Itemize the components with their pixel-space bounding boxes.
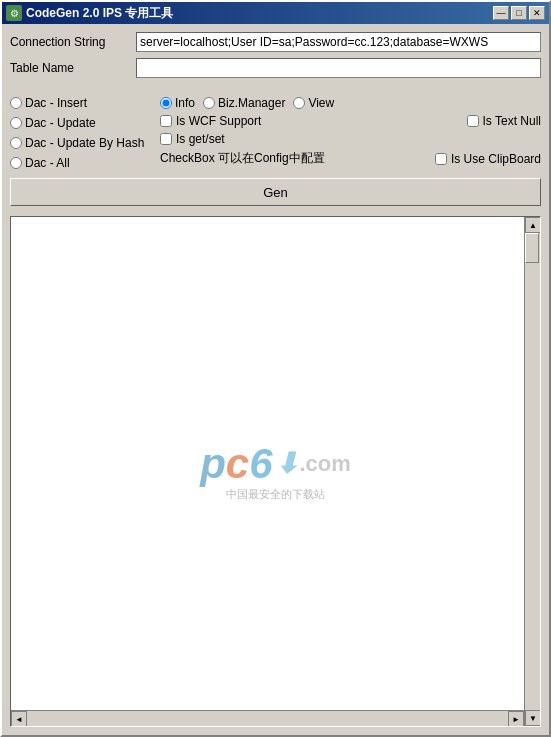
scroll-thumb[interactable]: [525, 233, 539, 263]
horizontal-scrollbar: ◄ ►: [11, 710, 524, 726]
view-radio[interactable]: [293, 97, 305, 109]
wcf-support-checkbox-item: Is WCF Support: [160, 114, 261, 128]
getset-row: Is get/set: [160, 132, 541, 146]
output-area: p c 6 ⬇ .com 中国最安全的下载站 ▲ ▼ ◄: [10, 216, 541, 727]
scroll-up-button[interactable]: ▲: [525, 217, 541, 233]
get-set-checkbox[interactable]: [160, 133, 172, 145]
dac-update-by-hash-radio-item: Dac - Update By Hash: [10, 136, 160, 150]
wcf-textnull-row: Is WCF Support Is Text Null: [160, 114, 541, 128]
top-radio-row: Info Biz.Manager View: [160, 96, 541, 110]
scroll-left-button[interactable]: ◄: [11, 711, 27, 727]
checkbox-note-row: CheckBox 可以在Config中配置 Is Use ClipBoard: [160, 150, 541, 167]
dac-insert-radio-item: Dac - Insert: [10, 96, 160, 110]
text-null-checkbox[interactable]: [467, 115, 479, 127]
info-label: Info: [175, 96, 195, 110]
right-options: Info Biz.Manager View Is WCF Su: [160, 96, 541, 167]
minimize-button[interactable]: —: [493, 6, 509, 20]
dac-all-radio[interactable]: [10, 157, 22, 169]
title-bar-left: ⚙ CodeGen 2.0 IPS 专用工具: [6, 5, 173, 22]
close-button[interactable]: ✕: [529, 6, 545, 20]
h-scroll-track: [27, 711, 508, 726]
scroll-down-button[interactable]: ▼: [525, 710, 541, 726]
gen-button[interactable]: Gen: [10, 178, 541, 206]
dac-update-radio[interactable]: [10, 117, 22, 129]
maximize-button[interactable]: □: [511, 6, 527, 20]
main-window: ⚙ CodeGen 2.0 IPS 专用工具 — □ ✕ Connection …: [0, 0, 551, 737]
title-bar: ⚙ CodeGen 2.0 IPS 专用工具 — □ ✕: [2, 2, 549, 24]
app-icon: ⚙: [6, 5, 22, 21]
connection-string-label: Connection String: [10, 35, 130, 49]
biz-manager-radio[interactable]: [203, 97, 215, 109]
get-set-label: Is get/set: [176, 132, 225, 146]
connection-string-input[interactable]: [136, 32, 541, 52]
text-null-label: Is Text Null: [483, 114, 541, 128]
biz-manager-label: Biz.Manager: [218, 96, 285, 110]
biz-manager-radio-item: Biz.Manager: [203, 96, 285, 110]
dac-all-label: Dac - All: [25, 156, 70, 170]
wcf-support-label: Is WCF Support: [176, 114, 261, 128]
dac-insert-radio[interactable]: [10, 97, 22, 109]
main-content: Connection String Table Name Dac - Inser…: [2, 24, 549, 735]
title-buttons: — □ ✕: [493, 6, 545, 20]
text-null-checkbox-item: Is Text Null: [467, 114, 541, 128]
output-textarea[interactable]: [11, 217, 540, 726]
info-radio[interactable]: [160, 97, 172, 109]
info-radio-item: Info: [160, 96, 195, 110]
connection-string-row: Connection String: [10, 32, 541, 52]
vertical-scrollbar: ▲ ▼: [524, 217, 540, 726]
scroll-track: [525, 233, 540, 710]
dac-radio-group: Dac - Insert Dac - Update Dac - Update B…: [10, 96, 160, 170]
clipboard-label: Is Use ClipBoard: [451, 152, 541, 166]
dac-all-radio-item: Dac - All: [10, 156, 160, 170]
table-name-label: Table Name: [10, 61, 130, 75]
dac-update-by-hash-label: Dac - Update By Hash: [25, 136, 144, 150]
dac-insert-label: Dac - Insert: [25, 96, 87, 110]
clipboard-checkbox-item: Is Use ClipBoard: [435, 152, 541, 166]
clipboard-checkbox[interactable]: [435, 153, 447, 165]
options-section: Dac - Insert Dac - Update Dac - Update B…: [10, 96, 541, 170]
dac-update-radio-item: Dac - Update: [10, 116, 160, 130]
scroll-right-button[interactable]: ►: [508, 711, 524, 727]
view-label: View: [308, 96, 334, 110]
table-name-row: Table Name: [10, 58, 541, 78]
window-title: CodeGen 2.0 IPS 专用工具: [26, 5, 173, 22]
wcf-support-checkbox[interactable]: [160, 115, 172, 127]
dac-update-label: Dac - Update: [25, 116, 96, 130]
checkbox-config-note: CheckBox 可以在Config中配置: [160, 150, 325, 167]
view-radio-item: View: [293, 96, 334, 110]
dac-update-by-hash-radio[interactable]: [10, 137, 22, 149]
get-set-checkbox-item: Is get/set: [160, 132, 225, 146]
table-name-input[interactable]: [136, 58, 541, 78]
